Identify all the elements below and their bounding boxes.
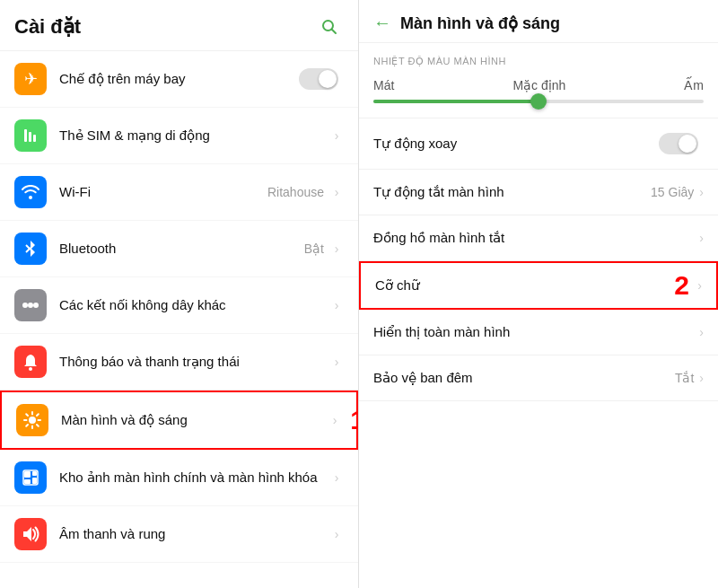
fullscreen-label: Hiển thị toàn màn hình [373, 324, 699, 340]
wifi-chevron: › [329, 185, 344, 199]
notifications-icon [14, 346, 47, 378]
svg-point-10 [29, 367, 32, 371]
temperature-slider[interactable] [373, 100, 704, 103]
bluetooth-value: Bật [304, 241, 324, 256]
right-content: NHIỆT ĐỘ MÀU MÀN HÌNH Mát Mặc định Ấm Tự… [359, 43, 718, 588]
bluetooth-icon [14, 233, 47, 265]
settings-item-sound[interactable]: Âm thanh và rung › [0, 506, 358, 563]
right-item-auto-off[interactable]: Tự động tắt màn hình 15 Giây › [359, 170, 718, 215]
settings-item-connections[interactable]: Các kết nối không dây khác › [0, 277, 358, 334]
svg-line-17 [37, 425, 39, 426]
sim-chevron: › [329, 128, 344, 143]
display-chevron: › [328, 413, 342, 427]
svg-rect-4 [33, 135, 36, 142]
temperature-section-label: NHIỆT ĐỘ MÀU MÀN HÌNH [359, 43, 718, 73]
settings-list: ✈ Chế độ trên máy bay Thẻ SIM & mạng di … [0, 51, 358, 588]
temp-default-label: Mặc định [512, 78, 565, 92]
sim-label: Thẻ SIM & mạng di động [59, 127, 329, 145]
svg-rect-24 [32, 478, 37, 484]
slider-thumb [530, 93, 547, 110]
night-mode-label: Bảo vệ ban đêm [373, 370, 675, 386]
notifications-label: Thông báo và thanh trạng thái [59, 353, 329, 371]
font-size-chevron: › [697, 278, 702, 293]
clock-off-chevron: › [699, 231, 704, 245]
font-size-label: Cỡ chữ [375, 277, 697, 294]
wallpaper-chevron: › [329, 470, 344, 485]
svg-rect-3 [29, 132, 31, 142]
svg-point-8 [28, 303, 33, 308]
settings-item-bluetooth[interactable]: Bluetooth Bật › [0, 221, 358, 277]
slider-fill [373, 100, 538, 103]
svg-rect-22 [24, 479, 31, 484]
bluetooth-chevron: › [329, 241, 344, 256]
left-title: Cài đặt [14, 15, 81, 39]
sound-icon [14, 518, 47, 550]
svg-point-7 [22, 303, 28, 308]
temp-labels: Mát Mặc định Ấm [373, 78, 704, 92]
settings-item-wallpaper[interactable]: Kho ảnh màn hình chính và màn hình khóa … [0, 450, 358, 506]
right-item-clock-off[interactable]: Đồng hồ màn hình tắt › [359, 215, 718, 261]
search-icon[interactable] [315, 13, 344, 41]
settings-item-sim[interactable]: Thẻ SIM & mạng di động › [0, 108, 358, 164]
connections-chevron: › [329, 298, 344, 312]
right-item-font-size[interactable]: Cỡ chữ › 2 [359, 261, 718, 310]
svg-line-18 [37, 414, 39, 416]
step2-badge: 2 [674, 270, 689, 301]
temp-cool-label: Mát [373, 78, 394, 92]
auto-rotate-toggle[interactable] [659, 133, 698, 154]
settings-item-notifications[interactable]: Thông báo và thanh trạng thái › [0, 334, 358, 391]
svg-line-16 [26, 414, 28, 416]
auto-off-chevron: › [699, 185, 704, 199]
sound-chevron: › [329, 527, 344, 541]
svg-point-11 [29, 417, 36, 424]
connections-label: Các kết nối không dây khác [59, 296, 329, 314]
sim-icon [14, 119, 47, 152]
back-arrow[interactable]: ← [373, 13, 391, 33]
fullscreen-chevron: › [699, 325, 704, 339]
night-mode-value: Tắt [675, 371, 694, 385]
temp-warm-label: Ấm [684, 78, 704, 92]
right-item-auto-rotate[interactable]: Tự động xoay [359, 118, 718, 170]
svg-line-1 [332, 30, 337, 34]
settings-item-airplane[interactable]: ✈ Chế độ trên máy bay [0, 51, 358, 108]
airplane-label: Chế độ trên máy bay [59, 70, 299, 88]
display-icon [16, 404, 48, 436]
step1-badge: 1 [350, 405, 358, 435]
svg-point-9 [33, 303, 39, 308]
sound-label: Âm thanh và rung [59, 525, 329, 543]
right-item-fullscreen[interactable]: Hiển thị toàn màn hình › [359, 310, 718, 355]
auto-off-label: Tự động tắt màn hình [373, 184, 651, 200]
settings-item-display[interactable]: Màn hình và độ sáng › 1 [0, 391, 358, 450]
wifi-label: Wi-Fi [59, 183, 267, 201]
auto-off-value: 15 Giây [651, 185, 694, 199]
display-label: Màn hình và độ sáng [61, 411, 328, 429]
airplane-icon: ✈ [14, 63, 47, 95]
notifications-chevron: › [329, 355, 344, 369]
bluetooth-label: Bluetooth [59, 240, 304, 258]
svg-rect-2 [24, 129, 27, 142]
wallpaper-label: Kho ảnh màn hình chính và màn hình khóa [59, 469, 329, 487]
airplane-toggle[interactable] [299, 68, 338, 90]
clock-off-label: Đồng hồ màn hình tắt [373, 230, 699, 246]
right-header: ← Màn hình và độ sáng [359, 0, 718, 43]
left-header: Cài đặt [0, 0, 358, 51]
right-panel: ← Màn hình và độ sáng NHIỆT ĐỘ MÀU MÀN H… [359, 0, 718, 588]
wifi-icon [14, 176, 47, 208]
temperature-section: Mát Mặc định Ấm [359, 73, 718, 118]
settings-item-wifi[interactable]: Wi-Fi Ritahouse › [0, 164, 358, 221]
connections-icon [14, 289, 47, 321]
left-panel: Cài đặt ✈ Chế độ trên máy bay Thẻ [0, 0, 359, 588]
svg-rect-23 [32, 471, 37, 476]
wifi-value: Ritahouse [267, 185, 324, 199]
wallpaper-icon [14, 461, 47, 494]
svg-line-19 [26, 425, 28, 426]
svg-rect-21 [24, 471, 31, 478]
right-item-night-mode[interactable]: Bảo vệ ban đêm Tắt › [359, 355, 718, 401]
auto-rotate-label: Tự động xoay [373, 136, 659, 152]
night-mode-chevron: › [699, 371, 704, 385]
right-title: Màn hình và độ sáng [400, 13, 560, 33]
